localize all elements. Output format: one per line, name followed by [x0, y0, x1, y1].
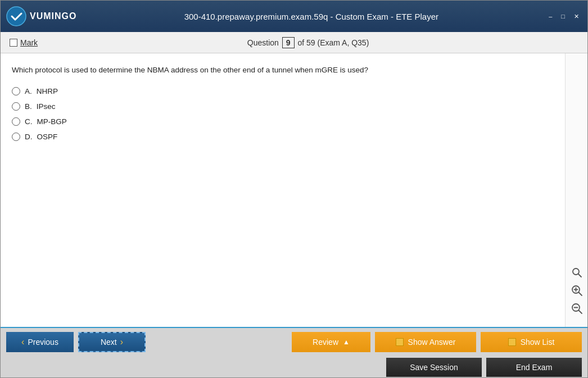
svg-line-2	[578, 274, 581, 277]
option-c-letter: C.	[25, 117, 33, 126]
toolbar-row2: Save Session End Exam	[1, 356, 587, 378]
radio-b[interactable]	[12, 102, 20, 111]
option-d-letter: D.	[25, 133, 33, 141]
prev-chevron-icon: ‹	[21, 337, 24, 347]
maximize-button[interactable]: □	[558, 12, 568, 21]
logo-area: VUMINGO	[6, 6, 76, 26]
zoom-out-icon[interactable]	[569, 301, 584, 316]
question-total: of 59 (Exam A, Q35)	[297, 38, 369, 47]
header-bar: Mark Question 9 of 59 (Exam A, Q35)	[1, 32, 587, 53]
end-exam-button[interactable]: End Exam	[486, 358, 582, 377]
option-b-text: IPsec	[37, 102, 56, 111]
svg-line-8	[578, 311, 582, 314]
show-answer-button[interactable]: Show Answer	[375, 332, 476, 352]
question-text: Which protocol is used to determine the …	[12, 65, 554, 76]
save-session-button[interactable]: Save Session	[386, 358, 482, 377]
app-window: VUMINGO 300-410.prepaway.premium.exam.59…	[0, 0, 588, 378]
options-list: A. NHRP B. IPsec C. MP-BGP D. OSPF	[12, 87, 554, 141]
title-bar: VUMINGO 300-410.prepaway.premium.exam.59…	[1, 1, 587, 32]
option-b-letter: B.	[25, 102, 32, 111]
option-c[interactable]: C. MP-BGP	[12, 117, 554, 126]
window-controls: – □ ✕	[546, 12, 582, 21]
right-sidebar	[565, 53, 587, 327]
svg-point-0	[7, 7, 26, 26]
previous-button[interactable]: ‹ Previous	[6, 332, 74, 352]
next-chevron-icon: ›	[120, 337, 123, 347]
mark-checkbox[interactable]	[10, 39, 17, 47]
radio-a[interactable]	[12, 87, 20, 95]
svg-point-1	[573, 268, 579, 275]
question-info: Question 9 of 59 (Exam A, Q35)	[38, 37, 578, 48]
next-button[interactable]: Next ›	[78, 332, 146, 352]
svg-line-4	[578, 293, 582, 296]
radio-d[interactable]	[12, 133, 20, 141]
question-number: 9	[282, 37, 295, 48]
mark-label[interactable]: Mark	[20, 38, 38, 47]
option-d-text: OSPF	[37, 133, 58, 141]
option-a-letter: A.	[25, 87, 32, 95]
previous-label: Previous	[28, 338, 58, 347]
option-d[interactable]: D. OSPF	[12, 133, 554, 141]
close-button[interactable]: ✕	[571, 12, 582, 21]
logo-text: VUMINGO	[30, 11, 76, 21]
option-a[interactable]: A. NHRP	[12, 87, 554, 95]
bottom-toolbar: ‹ Previous Next › Review ▲ Show Answer	[1, 327, 587, 377]
mark-area: Mark	[10, 38, 38, 47]
show-list-icon	[508, 338, 516, 346]
zoom-in-icon[interactable]	[569, 283, 584, 298]
review-arrow-icon: ▲	[343, 338, 350, 346]
option-c-text: MP-BGP	[37, 117, 67, 126]
minimize-button[interactable]: –	[546, 12, 555, 21]
question-panel: Which protocol is used to determine the …	[1, 53, 565, 327]
show-list-button[interactable]: Show List	[481, 332, 582, 352]
show-answer-label: Show Answer	[408, 338, 456, 347]
toolbar-row1: ‹ Previous Next › Review ▲ Show Answer	[1, 328, 587, 356]
vumingo-logo	[6, 6, 26, 26]
option-a-text: NHRP	[37, 87, 58, 95]
review-button[interactable]: Review ▲	[292, 332, 370, 352]
radio-c[interactable]	[12, 117, 20, 126]
next-label: Next	[101, 338, 117, 347]
content-area: Which protocol is used to determine the …	[1, 53, 587, 327]
question-label: Question	[247, 38, 279, 47]
window-title: 300-410.prepaway.premium.exam.59q - Cust…	[76, 12, 546, 21]
review-label: Review	[313, 338, 338, 347]
show-answer-icon	[396, 338, 404, 346]
show-list-label: Show List	[521, 338, 555, 347]
search-icon[interactable]	[569, 265, 584, 280]
option-b[interactable]: B. IPsec	[12, 102, 554, 111]
